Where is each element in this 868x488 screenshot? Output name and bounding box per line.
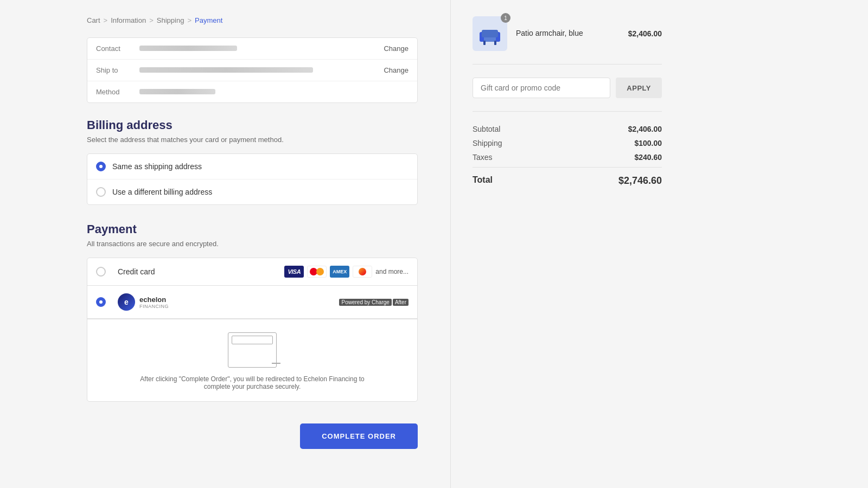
sep3: > [187, 16, 192, 24]
billing-title: Billing address [87, 118, 418, 132]
visa-icon: VISA [284, 266, 304, 278]
shipping-value: $100.00 [634, 139, 662, 147]
contact-change-link[interactable]: Change [384, 44, 409, 53]
svg-rect-3 [482, 30, 498, 37]
credit-card-label: Credit card [118, 267, 155, 276]
shipto-row: Ship to Change [87, 60, 417, 81]
shipto-label: Ship to [96, 66, 139, 74]
echelon-circle-icon: e [118, 293, 135, 311]
mastercard-icon [307, 266, 327, 278]
echelon-subtitle: FINANCING [139, 304, 169, 309]
quantity-badge: 1 [501, 13, 510, 23]
payment-radio-echelon[interactable] [96, 297, 106, 307]
payment-title: Payment [87, 222, 418, 236]
payment-option-credit[interactable]: Credit card VISA AMEX and more... [87, 258, 417, 286]
product-image [476, 20, 503, 47]
product-thumbnail-wrap: 1 [473, 16, 507, 51]
subtotal-value: $2,406.00 [628, 125, 662, 133]
totals-section: Subtotal $2,406.00 Shipping $100.00 Taxe… [473, 125, 662, 187]
and-more-label: and more... [375, 268, 409, 275]
billing-option-different[interactable]: Use a different billing address [87, 179, 417, 204]
total-value: $2,746.60 [618, 175, 662, 187]
taxes-label: Taxes [473, 153, 493, 162]
product-row: 1 Patio armchair, blue $2,406.00 [473, 16, 662, 65]
info-box: Contact Change Ship to Change Method [87, 37, 418, 103]
method-label: Method [96, 88, 139, 96]
product-name: Patio armchair, blue [516, 28, 628, 39]
breadcrumb-payment: Payment [195, 16, 222, 24]
svg-rect-5 [494, 41, 496, 45]
breadcrumb-cart[interactable]: Cart [87, 16, 100, 24]
payment-description: All transactions are secure and encrypte… [87, 240, 418, 248]
echelon-expanded: After clicking "Complete Order", you wil… [87, 319, 417, 401]
browser-frame-icon [228, 332, 277, 368]
payment-radio-credit[interactable] [96, 267, 106, 277]
subtotal-row: Subtotal $2,406.00 [473, 125, 662, 133]
discover-icon [353, 266, 372, 278]
billing-radio-same[interactable] [96, 162, 106, 171]
contact-row: Contact Change [87, 38, 417, 60]
powered-by-after: After [393, 299, 409, 306]
echelon-logo: e echelon FINANCING [118, 293, 169, 311]
card-icons: VISA AMEX and more... [284, 266, 409, 278]
shipping-row: Shipping $100.00 [473, 139, 662, 147]
redirect-text: After clicking "Complete Order", you wil… [133, 375, 372, 390]
svg-rect-4 [483, 41, 486, 45]
breadcrumb-information[interactable]: Information [111, 16, 146, 24]
billing-section: Billing address Select the address that … [87, 118, 418, 205]
billing-radio-group: Same as shipping address Use a different… [87, 153, 418, 205]
sep2: > [149, 16, 154, 24]
billing-different-label: Use a different billing address [112, 188, 212, 196]
shipping-label: Shipping [473, 139, 502, 147]
apply-button[interactable]: APPLY [616, 78, 662, 98]
promo-input[interactable] [473, 78, 610, 98]
payment-section: Payment All transactions are secure and … [87, 222, 418, 402]
sep1: > [104, 16, 108, 24]
powered-by: Powered by ChargeAfter [338, 299, 409, 305]
shipto-change-link[interactable]: Change [384, 66, 409, 74]
powered-by-text: Powered by Charge [339, 299, 391, 306]
taxes-value: $240.60 [634, 153, 662, 162]
billing-same-label: Same as shipping address [112, 162, 202, 171]
billing-description: Select the address that matches your car… [87, 136, 418, 144]
method-row: Method [87, 81, 417, 102]
payment-option-echelon[interactable]: e echelon FINANCING Powered by ChargeAft… [87, 286, 417, 319]
echelon-name: echelon [139, 296, 169, 304]
total-row: Total $2,746.60 [473, 167, 662, 187]
echelon-text: echelon FINANCING [139, 296, 169, 309]
order-summary: 1 Patio armchair, blue $2,406.00 APPLY S… [450, 0, 684, 488]
product-price: $2,406.00 [628, 29, 662, 38]
billing-option-same[interactable]: Same as shipping address [87, 154, 417, 179]
contact-label: Contact [96, 44, 139, 53]
breadcrumb: Cart > Information > Shipping > Payment [87, 16, 418, 24]
billing-radio-different[interactable] [96, 187, 106, 197]
total-label: Total [473, 175, 493, 187]
payment-options-group: Credit card VISA AMEX and more... [87, 258, 418, 402]
taxes-row: Taxes $240.60 [473, 153, 662, 162]
promo-row: APPLY [473, 78, 662, 112]
complete-order-button[interactable]: COMPLETE ORDER [300, 423, 418, 449]
amex-icon: AMEX [330, 266, 349, 278]
method-value [139, 88, 409, 96]
breadcrumb-shipping[interactable]: Shipping [157, 16, 184, 24]
subtotal-label: Subtotal [473, 125, 500, 133]
contact-value [139, 44, 384, 53]
shipto-value [139, 66, 384, 74]
